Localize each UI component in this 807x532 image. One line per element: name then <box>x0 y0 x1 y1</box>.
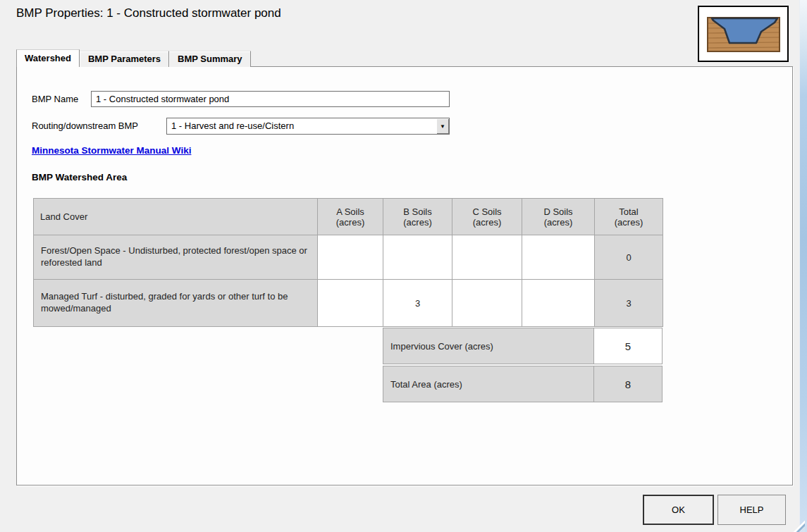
dialog-title: BMP Properties: 1 - Constructed stormwat… <box>16 6 281 20</box>
stormwater-manual-wiki-link[interactable]: Minnesota Stormwater Manual Wiki <box>32 145 191 156</box>
total-area-cell: 8 <box>594 366 663 402</box>
total-area-row: Total Area (acres) 8 <box>383 366 663 402</box>
header-d-soils: D Soils (acres) <box>522 199 595 235</box>
bmp-name-input[interactable] <box>91 91 450 107</box>
routing-selected-value: 1 - Harvest and re-use/Cistern <box>167 118 436 134</box>
header-c-soils: C Soils (acres) <box>452 199 522 235</box>
impervious-cover-label: Impervious Cover (acres) <box>383 328 594 364</box>
watershed-tab-panel: BMP Name Routing/downstream BMP 1 - Harv… <box>16 66 793 485</box>
turf-a-soils-cell[interactable] <box>318 280 383 327</box>
forest-a-soils-cell[interactable] <box>318 235 383 280</box>
table-header-row: Land Cover A Soils (acres) B Soils (acre… <box>34 199 663 235</box>
tab-bmp-parameters[interactable]: BMP Parameters <box>80 51 169 67</box>
resize-grip[interactable] <box>792 519 805 532</box>
header-a-soils: A Soils (acres) <box>318 199 383 235</box>
bmp-watershed-area-heading: BMP Watershed Area <box>32 172 127 183</box>
routing-combobox[interactable]: 1 - Harvest and re-use/Cistern ▼ <box>166 118 450 135</box>
table-summary-section: Impervious Cover (acres) 5 Total Area (a… <box>383 328 663 402</box>
tab-watershed[interactable]: Watershed <box>16 49 80 67</box>
chevron-down-icon[interactable]: ▼ <box>436 118 449 134</box>
impervious-cover-row: Impervious Cover (acres) 5 <box>383 328 663 364</box>
table-row-forest: Forest/Open Space - Undisturbed, protect… <box>34 235 663 280</box>
forest-total-cell: 0 <box>595 235 663 280</box>
total-area-label: Total Area (acres) <box>383 366 594 402</box>
bmp-name-label: BMP Name <box>32 92 78 107</box>
watershed-area-table: Land Cover A Soils (acres) B Soils (acre… <box>33 198 663 327</box>
tab-bmp-summary[interactable]: BMP Summary <box>169 51 251 67</box>
table-row-managed-turf: Managed Turf - disturbed, graded for yar… <box>34 280 663 327</box>
bmp-properties-dialog: BMP Properties: 1 - Constructed stormwat… <box>0 0 807 532</box>
header-b-soils: B Soils (acres) <box>383 199 452 235</box>
turf-d-soils-cell[interactable] <box>522 280 595 327</box>
forest-row-label: Forest/Open Space - Undisturbed, protect… <box>34 235 318 280</box>
turf-row-label: Managed Turf - disturbed, graded for yar… <box>34 280 318 327</box>
forest-c-soils-cell[interactable] <box>452 235 522 280</box>
help-button[interactable]: HELP <box>717 495 786 525</box>
window-edge-border <box>799 0 807 532</box>
forest-b-soils-cell[interactable] <box>383 235 452 280</box>
forest-d-soils-cell[interactable] <box>522 235 595 280</box>
turf-c-soils-cell[interactable] <box>452 280 522 327</box>
header-total: Total (acres) <box>595 199 663 235</box>
header-land-cover: Land Cover <box>34 199 318 235</box>
turf-total-cell: 3 <box>595 280 663 327</box>
pond-cross-section-icon <box>698 6 789 62</box>
routing-label: Routing/downstream BMP <box>32 118 138 134</box>
tab-strip: Watershed BMP Parameters BMP Summary <box>16 49 251 67</box>
impervious-cover-cell[interactable]: 5 <box>594 328 663 364</box>
turf-b-soils-cell[interactable]: 3 <box>383 280 452 327</box>
ok-button[interactable]: OK <box>643 495 714 525</box>
pond-icon-graphic <box>706 12 781 56</box>
